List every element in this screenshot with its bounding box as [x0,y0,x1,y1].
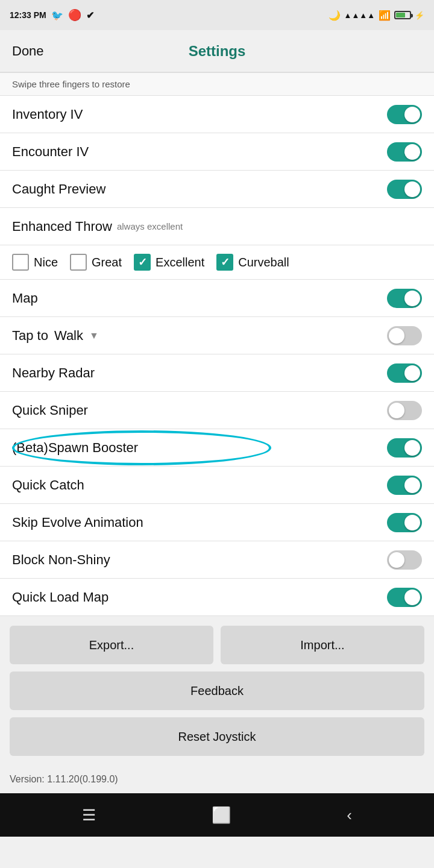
enhanced-throw-sublabel: always excellent [117,221,183,231]
curveball-checkbox-item[interactable]: Curveball [216,254,289,271]
setting-row-inventory-iv: Inventory IV [0,96,434,133]
setting-row-tap-to-walk: Tap to Walk ▼ [0,317,434,354]
status-left: 12:33 PM 🐦 🔴 ✔ [10,8,94,22]
setting-row-block-non-shiny: Block Non-Shiny [0,541,434,579]
import-button[interactable]: Import... [221,626,424,664]
curveball-label: Curveball [238,256,289,269]
nice-checkbox[interactable] [12,254,29,271]
export-button[interactable]: Export... [10,626,213,664]
setting-row-encounter-iv: Encounter IV [0,133,434,171]
setting-row-nearby-radar: Nearby Radar [0,354,434,392]
reset-joystick-button[interactable]: Reset Joystick [10,717,424,756]
block-non-shiny-label: Block Non-Shiny [12,552,110,568]
check-icon: ✔ [86,10,94,21]
dropdown-arrow-icon[interactable]: ▼ [89,330,99,341]
header: Done Settings [0,30,434,72]
toggle-knob [404,440,420,456]
spawn-booster-label: (Beta)Spawn Booster [12,440,138,456]
done-button[interactable]: Done [12,43,115,59]
toggle-knob [404,365,420,381]
quick-catch-toggle[interactable] [387,476,422,495]
setting-row-map: Map [0,280,434,317]
great-label: Great [92,256,122,269]
setting-row-enhanced-throw: Enhanced Throw always excellent [0,208,434,245]
hint-text: Swipe three fingers to restore [0,73,434,96]
quick-load-map-toggle[interactable] [387,588,422,607]
pokeball-icon: 🔴 [68,8,81,22]
excellent-label: Excellent [156,256,204,269]
tap-to-label: Tap to [12,328,48,344]
status-bar: 12:33 PM 🐦 🔴 ✔ 🌙 ▲▲▲▲ 📶 ⚡ [0,0,434,30]
battery-fill [396,13,405,17]
setting-row-quick-catch: Quick Catch [0,467,434,504]
settings-list: Swipe three fingers to restore Inventory… [0,72,434,616]
back-icon[interactable]: ‹ [347,806,352,825]
map-toggle[interactable] [387,289,422,308]
inventory-iv-label: Inventory IV [12,107,83,122]
setting-row-quick-sniper: Quick Sniper [0,392,434,429]
great-checkbox-item[interactable]: Great [70,254,122,271]
spawn-booster-toggle[interactable] [387,438,422,458]
nearby-radar-toggle[interactable] [387,363,422,383]
menu-icon[interactable]: ☰ [82,806,96,825]
walk-dropdown-value: Walk [54,328,83,344]
curveball-checkbox[interactable] [216,254,233,271]
block-non-shiny-toggle[interactable] [387,550,422,570]
home-icon[interactable]: ⬜ [212,806,231,825]
toggle-knob [404,477,420,493]
moon-icon: 🌙 [329,10,341,21]
enhanced-throw-label: Enhanced Throw [12,219,112,234]
toggle-knob [389,328,404,344]
caught-preview-toggle[interactable] [387,180,422,199]
tap-walk-left: Tap to Walk ▼ [12,328,99,344]
signal-icon: ▲▲▲▲ [344,11,375,20]
tap-to-walk-toggle[interactable] [387,326,422,345]
feedback-button[interactable]: Feedback [10,671,424,710]
status-right: 🌙 ▲▲▲▲ 📶 ⚡ [329,10,424,21]
setting-row-skip-evolve: Skip Evolve Animation [0,504,434,541]
map-label: Map [12,291,38,306]
excellent-checkbox[interactable] [134,254,151,271]
page-title: Settings [115,43,319,60]
export-import-row: Export... Import... [10,626,424,664]
quick-sniper-label: Quick Sniper [12,403,88,418]
encounter-iv-toggle[interactable] [387,142,422,162]
setting-row-caught-preview: Caught Preview [0,171,434,208]
bottom-nav: ☰ ⬜ ‹ [0,793,434,837]
toggle-knob [404,107,420,122]
encounter-iv-label: Encounter IV [12,144,89,160]
toggle-knob [404,515,420,530]
quick-sniper-toggle[interactable] [387,401,422,420]
wifi-icon: 📶 [379,10,391,21]
throw-quality-checkboxes: Nice Great Excellent Curveball [0,245,434,280]
toggle-knob [389,552,404,568]
skip-evolve-label: Skip Evolve Animation [12,515,143,530]
toggle-knob [404,291,420,306]
inventory-iv-toggle[interactable] [387,105,422,124]
skip-evolve-toggle[interactable] [387,513,422,532]
toggle-knob [404,144,420,160]
great-checkbox[interactable] [70,254,87,271]
charging-icon: ⚡ [415,11,424,20]
quick-catch-label: Quick Catch [12,477,84,493]
time-display: 12:33 PM [10,10,46,20]
nearby-radar-label: Nearby Radar [12,365,95,381]
buttons-section: Export... Import... Feedback Reset Joyst… [0,616,434,766]
nice-checkbox-item[interactable]: Nice [12,254,58,271]
toggle-knob [404,181,420,197]
quick-load-map-label: Quick Load Map [12,590,108,605]
setting-row-quick-load-map: Quick Load Map [0,579,434,616]
excellent-checkbox-item[interactable]: Excellent [134,254,204,271]
caught-preview-label: Caught Preview [12,181,105,197]
nice-label: Nice [34,256,58,269]
toggle-knob [404,590,420,605]
setting-row-spawn-booster: (Beta)Spawn Booster [0,429,434,467]
twitter-icon: 🐦 [51,10,63,21]
version-text: Version: 1.11.20(0.199.0) [0,766,434,793]
toggle-knob [389,403,404,418]
battery-icon [394,11,411,19]
